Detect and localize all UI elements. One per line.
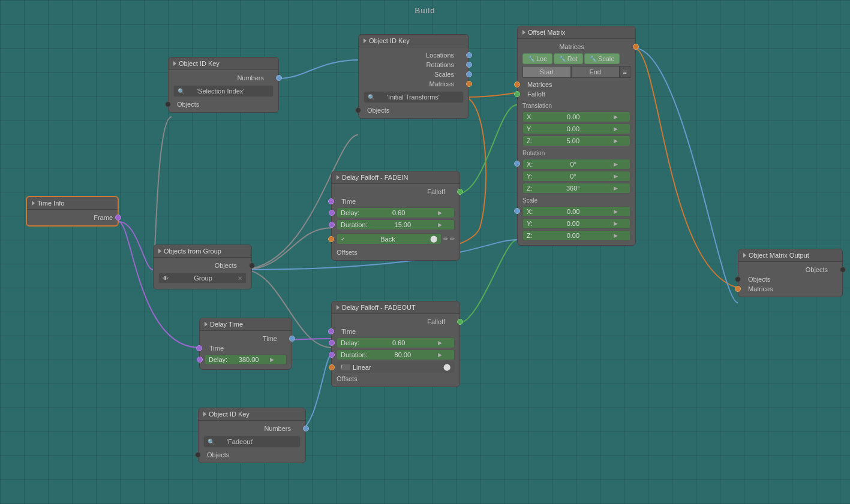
duration-value: 15.00 bbox=[395, 221, 412, 228]
arrow-icon: ▶ bbox=[438, 210, 442, 216]
edit-icon[interactable]: ✏ bbox=[443, 236, 448, 242]
linear-label: Linear bbox=[353, 364, 371, 371]
group-input-field[interactable]: 👁 Group ✕ bbox=[158, 273, 247, 283]
node-title: Object ID Key bbox=[209, 411, 250, 418]
offsets-row: Offsets bbox=[337, 374, 455, 384]
objects-row: Objects bbox=[203, 450, 301, 460]
objects-out-row: Objects bbox=[158, 261, 247, 270]
linear-dropdown[interactable]: / Linear ⬤ bbox=[337, 361, 455, 373]
falloff-out-row: Falloff bbox=[337, 187, 455, 197]
sz-field[interactable]: Z: 0.00 ▶ bbox=[522, 230, 630, 241]
search-icon: 🔍 bbox=[208, 439, 215, 445]
arrow-icon: ▶ bbox=[614, 114, 618, 120]
slash-icon: / bbox=[341, 364, 350, 370]
group-clear-btn[interactable]: ✕ bbox=[238, 275, 242, 282]
delay-value: 380.00 bbox=[239, 356, 259, 363]
collapse-icon[interactable] bbox=[522, 30, 525, 35]
collapse-icon[interactable] bbox=[337, 305, 340, 310]
falloff-in-socket bbox=[514, 91, 520, 97]
objects-label: Objects bbox=[806, 266, 828, 273]
time-socket bbox=[328, 198, 334, 204]
check-icon: ✓ bbox=[341, 236, 346, 242]
rx-socket bbox=[514, 161, 520, 167]
collapse-icon[interactable] bbox=[32, 201, 35, 206]
collapse-icon[interactable] bbox=[203, 412, 206, 417]
time-out-row: Time bbox=[205, 334, 287, 343]
collapse-icon[interactable] bbox=[337, 175, 340, 180]
rz-field[interactable]: Z: 360° ▶ bbox=[522, 183, 630, 194]
initial-transforms-field[interactable]: 🔍 'Initial Transforms' bbox=[364, 91, 464, 103]
ty-value: 0.00 bbox=[567, 125, 579, 132]
falloff-socket bbox=[457, 319, 463, 325]
rot-icon: 🔧 bbox=[559, 56, 566, 62]
frame-label: Frame bbox=[94, 214, 113, 221]
time-row: Time bbox=[337, 197, 455, 206]
fadeout-field[interactable]: 🔍 'Fadeout' bbox=[203, 436, 301, 448]
objects-row: Objects bbox=[173, 99, 274, 109]
arrow-icon: ▶ bbox=[614, 173, 618, 179]
delay-field[interactable]: Delay: 380.00 ▶ bbox=[205, 354, 287, 365]
tx-field[interactable]: X: 0.00 ▶ bbox=[522, 111, 630, 122]
selection-index-field[interactable]: 🔍 'Selection Index' bbox=[173, 85, 274, 97]
loc-rot-scale-group: 🔧 Loc 🔧 Rot 🔧 Scale bbox=[522, 53, 630, 64]
objects-socket bbox=[165, 101, 171, 107]
node-header: Delay Time bbox=[200, 318, 292, 331]
node-header: Object ID Key bbox=[199, 408, 305, 421]
arrow-icon: ▶ bbox=[614, 161, 618, 167]
arrow-icon: ▶ bbox=[438, 340, 442, 346]
offsets-row: Offsets bbox=[337, 248, 455, 257]
scale-button[interactable]: 🔧 Scale bbox=[584, 53, 620, 64]
sx-value: 0.00 bbox=[567, 208, 579, 215]
page-title: Build bbox=[415, 6, 435, 15]
time-socket bbox=[328, 328, 334, 334]
rot-button[interactable]: 🔧 Rot bbox=[554, 53, 583, 64]
end-tab[interactable]: End bbox=[571, 66, 620, 78]
falloff-out-row: Falloff bbox=[337, 317, 455, 327]
collapse-icon[interactable] bbox=[158, 249, 161, 253]
tz-field[interactable]: Z: 5.00 ▶ bbox=[522, 135, 630, 146]
node-title: Delay Falloff - FADEIN bbox=[342, 174, 408, 181]
falloff-label: Falloff bbox=[427, 188, 445, 195]
falloff-in-row: Falloff bbox=[522, 89, 630, 99]
numbers-label: Numbers bbox=[237, 74, 264, 82]
collapse-icon[interactable] bbox=[173, 61, 176, 66]
time-in-socket bbox=[196, 345, 202, 351]
delay-field[interactable]: Delay: 0.60 ▶ bbox=[337, 337, 455, 348]
back-dropdown[interactable]: ✓ Back ⬤ bbox=[337, 233, 441, 245]
rx-field[interactable]: X: 0° ▶ bbox=[522, 159, 630, 170]
collapse-icon[interactable] bbox=[205, 322, 208, 327]
search-icon: 🔍 bbox=[368, 94, 375, 101]
scales-row: Scales bbox=[364, 70, 464, 79]
offsets-label: Offsets bbox=[337, 375, 358, 382]
sy-field[interactable]: Y: 0.00 ▶ bbox=[522, 218, 630, 229]
node-title: Delay Falloff - FADEOUT bbox=[342, 304, 416, 311]
extra-tab[interactable]: ≡ bbox=[620, 66, 630, 78]
time-in-label: Time bbox=[205, 345, 224, 352]
start-tab[interactable]: Start bbox=[522, 66, 571, 78]
edit2-icon[interactable]: ✏ bbox=[450, 236, 455, 242]
loc-button[interactable]: 🔧 Loc bbox=[522, 53, 552, 64]
sz-label: Z: bbox=[527, 232, 533, 239]
collapse-icon[interactable] bbox=[743, 253, 746, 258]
duration-label: Duration: bbox=[341, 221, 368, 228]
objects-in-label: Objects bbox=[743, 276, 770, 283]
locations-row: Locations bbox=[364, 50, 464, 60]
sx-field[interactable]: X: 0.00 ▶ bbox=[522, 206, 630, 217]
ty-field[interactable]: Y: 0.00 ▶ bbox=[522, 123, 630, 134]
delay-label: Delay: bbox=[341, 209, 359, 216]
delay-field[interactable]: Delay: 0.60 ▶ bbox=[337, 207, 455, 218]
time-info-title: Time Info bbox=[37, 200, 64, 207]
search-value: 'Fadeout' bbox=[217, 438, 254, 445]
time-label: Time bbox=[337, 198, 356, 205]
duration-field[interactable]: Duration: 80.00 ▶ bbox=[337, 349, 455, 360]
object-id-key-1-node: Object ID Key Numbers 🔍 'Selection Index… bbox=[168, 57, 279, 113]
ry-field[interactable]: Y: 0° ▶ bbox=[522, 171, 630, 182]
objects-in-socket bbox=[735, 276, 741, 282]
objects-label: Objects bbox=[173, 101, 199, 108]
rotation-label: Rotation bbox=[522, 149, 630, 158]
delay-socket bbox=[329, 210, 335, 216]
tx-value: 0.00 bbox=[567, 113, 579, 120]
sy-value: 0.00 bbox=[567, 220, 579, 227]
duration-field[interactable]: Duration: 15.00 ▶ bbox=[337, 219, 455, 230]
collapse-icon[interactable] bbox=[364, 38, 367, 43]
